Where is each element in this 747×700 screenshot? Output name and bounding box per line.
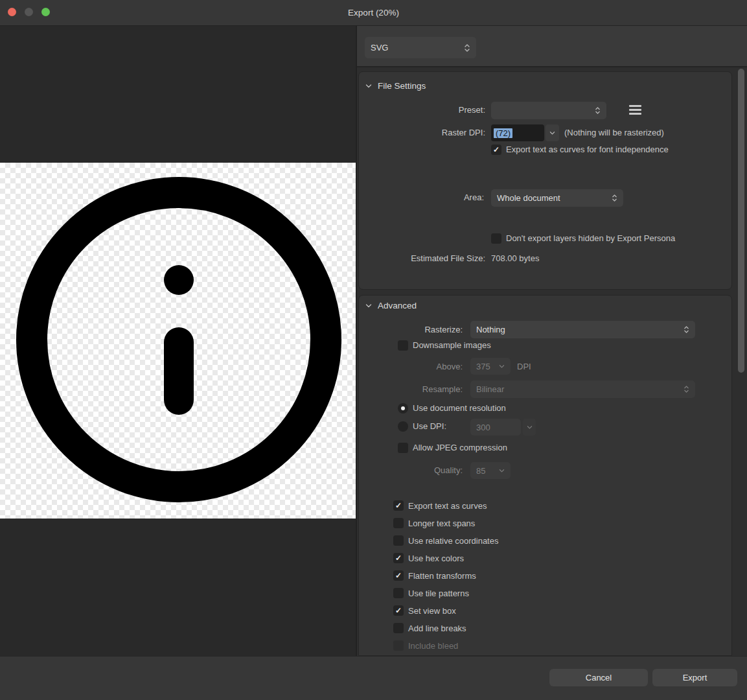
resample-select-value: Bilinear xyxy=(476,384,684,394)
option-label: Export text as curves xyxy=(408,501,487,511)
raster-dpi-dropdown-button[interactable] xyxy=(546,124,559,141)
radio-label: Use DPI: xyxy=(413,421,446,432)
checkbox[interactable]: ✓ xyxy=(393,535,404,546)
preset-select[interactable] xyxy=(491,102,606,119)
checkbox[interactable]: ✓ xyxy=(393,570,404,581)
rasterize-select[interactable]: Nothing xyxy=(470,321,695,338)
option-row[interactable]: ✓Use hex colors xyxy=(393,553,498,563)
file-settings-section: File Settings Preset: Raster DPI: (72) (… xyxy=(358,71,732,290)
export-button[interactable]: Export xyxy=(652,669,737,686)
option-row[interactable]: ✓Export text as curves xyxy=(393,500,498,511)
checkbox-label: Downsample images xyxy=(413,340,491,351)
export-preview-pane xyxy=(0,26,357,656)
advanced-header[interactable]: Advanced xyxy=(365,301,417,310)
above-label: Above: xyxy=(359,362,463,372)
checkbox[interactable]: ✓ xyxy=(398,340,408,351)
checkbox-label: Allow JPEG compression xyxy=(413,443,507,453)
raster-dpi-note: (Nothing will be rasterized) xyxy=(564,128,664,138)
option-label: Use hex colors xyxy=(408,554,464,563)
svg-options-list: ✓Export text as curves✓Longer text spans… xyxy=(393,500,498,651)
section-title: Advanced xyxy=(378,301,417,310)
area-select-value: Whole document xyxy=(497,193,612,203)
checkbox[interactable]: ✓ xyxy=(393,553,404,563)
dialog-footer: Cancel Export xyxy=(0,656,747,700)
section-title: File Settings xyxy=(378,81,426,91)
checkbox[interactable]: ✓ xyxy=(393,500,404,511)
chevron-down-icon xyxy=(499,364,505,369)
option-label: Add line breaks xyxy=(408,624,466,633)
chevron-up-down-icon xyxy=(464,43,470,53)
chevron-up-down-icon xyxy=(684,384,689,394)
resample-label: Resample: xyxy=(359,384,463,395)
area-select[interactable]: Whole document xyxy=(491,189,623,207)
quality-label: Quality: xyxy=(359,465,463,476)
format-bar: SVG xyxy=(357,26,747,67)
scrollbar-thumb[interactable] xyxy=(738,69,744,373)
radio-button[interactable] xyxy=(398,403,408,414)
format-select[interactable]: SVG xyxy=(365,37,476,58)
checkbox-label: Don't export layers hidden by Export Per… xyxy=(506,233,675,244)
preset-label: Preset: xyxy=(359,105,485,115)
quality-value: 85 xyxy=(476,466,499,476)
window-title: Export (20%) xyxy=(0,0,747,26)
checkbox-label: Export text as curves for font independe… xyxy=(506,145,669,155)
chevron-down-icon xyxy=(365,84,372,89)
option-row: ✓Include bleed xyxy=(393,640,498,651)
option-row[interactable]: ✓Add line breaks xyxy=(393,623,498,633)
format-select-value: SVG xyxy=(371,43,464,52)
option-row[interactable]: ✓Set view box xyxy=(393,605,498,616)
use-dpi-dropdown-button xyxy=(523,419,536,436)
cancel-button[interactable]: Cancel xyxy=(549,669,648,686)
option-row[interactable]: ✓Longer text spans xyxy=(393,518,498,528)
radio-dot xyxy=(401,406,405,410)
option-row[interactable]: ✓Use tile patterns xyxy=(393,588,498,598)
info-icon-artwork xyxy=(0,163,356,519)
checkmark-icon: ✓ xyxy=(395,607,402,614)
option-label: Flatten transforms xyxy=(408,571,476,581)
raster-dpi-label: Raster DPI: xyxy=(359,128,485,138)
chevron-up-down-icon xyxy=(595,106,601,115)
downsample-checkbox-row[interactable]: ✓ Downsample images xyxy=(398,340,491,351)
chevron-up-down-icon xyxy=(684,325,689,334)
use-dpi-value: 300 xyxy=(476,423,515,432)
chevron-down-icon xyxy=(499,469,505,473)
raster-dpi-input-value: (72) xyxy=(494,128,512,138)
radio-button[interactable] xyxy=(398,421,408,432)
quality-select: 85 xyxy=(470,462,511,479)
rasterize-select-value: Nothing xyxy=(476,325,684,334)
option-label: Include bleed xyxy=(408,641,458,651)
option-label: Longer text spans xyxy=(408,519,475,528)
file-settings-header[interactable]: File Settings xyxy=(365,81,426,91)
checkmark-icon: ✓ xyxy=(395,572,402,579)
hidden-layers-checkbox-row[interactable]: ✓ Don't export layers hidden by Export P… xyxy=(491,233,675,244)
checkbox[interactable]: ✓ xyxy=(491,145,501,155)
option-label: Use relative coordinates xyxy=(408,536,498,546)
checkmark-icon: ✓ xyxy=(395,554,402,562)
option-row[interactable]: ✓Use relative coordinates xyxy=(393,535,498,546)
checkbox: ✓ xyxy=(393,640,404,651)
raster-dpi-input[interactable]: (72) xyxy=(491,124,544,141)
option-row[interactable]: ✓Flatten transforms xyxy=(393,570,498,581)
checkbox[interactable]: ✓ xyxy=(398,443,408,453)
rasterize-label: Rasterize: xyxy=(359,325,463,335)
resample-select: Bilinear xyxy=(470,380,695,398)
checkbox[interactable]: ✓ xyxy=(393,588,404,598)
curves-font-independence-checkbox-row[interactable]: ✓ Export text as curves for font indepen… xyxy=(491,145,669,155)
checkbox[interactable]: ✓ xyxy=(393,518,404,528)
estimated-size-label: Estimated File Size: xyxy=(359,253,485,264)
checkbox[interactable]: ✓ xyxy=(393,623,404,633)
title-bar: Export (20%) xyxy=(0,0,747,26)
radio-label: Use document resolution xyxy=(413,403,506,414)
advanced-section: Advanced Rasterize: Nothing ✓ Downsample… xyxy=(358,295,732,656)
checkmark-icon: ✓ xyxy=(395,502,402,509)
checkbox[interactable]: ✓ xyxy=(393,605,404,616)
option-label: Use tile patterns xyxy=(408,589,469,598)
jpeg-compression-checkbox-row[interactable]: ✓ Allow JPEG compression xyxy=(398,443,507,453)
estimated-size-value: 708.00 bytes xyxy=(491,253,539,264)
use-dpi-radio-row[interactable]: Use DPI: xyxy=(398,421,446,432)
preset-menu-icon[interactable] xyxy=(629,105,641,115)
checkmark-icon: ✓ xyxy=(493,146,500,154)
document-preview-canvas xyxy=(0,163,356,519)
use-document-resolution-radio-row[interactable]: Use document resolution xyxy=(398,403,506,414)
checkbox[interactable]: ✓ xyxy=(491,233,501,244)
